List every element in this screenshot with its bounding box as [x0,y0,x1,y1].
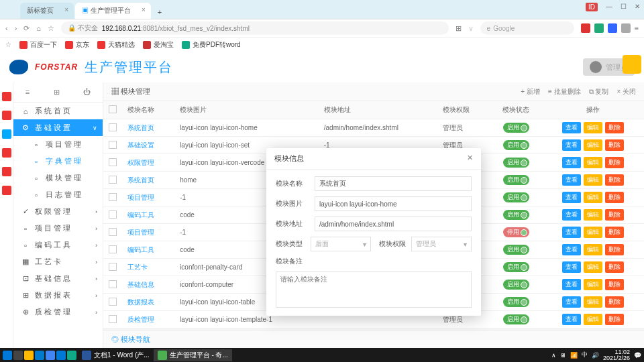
status-toggle[interactable]: 启用 [503,297,529,307]
module-name-link[interactable]: 编码工具 [122,206,174,224]
delete-button[interactable]: 删除 [605,244,624,255]
modal-close-button[interactable]: ✕ [467,154,473,164]
row-checkbox[interactable] [109,245,117,253]
sidebar-item[interactable]: ▫字 典 管 理 [13,153,103,170]
row-checkbox[interactable] [109,263,117,271]
rail-icon[interactable] [2,167,11,176]
close-tab-icon[interactable]: × [142,6,146,13]
bookmark-item[interactable]: 天猫精选 [97,40,135,50]
rail-icon[interactable] [2,186,11,195]
sidebar-item[interactable]: ▫日 志 管 理 [13,186,103,203]
module-name-link[interactable]: 项目管理 [122,224,174,241]
row-checkbox[interactable] [109,210,117,219]
view-button[interactable]: 查看 [562,244,581,255]
home-icon[interactable]: ⌂ [36,24,41,33]
sidebar-item[interactable]: ▦工 艺 卡› [13,253,103,270]
sidebar-item[interactable]: ⊞数 据 报 表› [13,287,103,304]
sidebar-item[interactable]: ⊕质 检 管 理› [13,304,103,320]
delete-button[interactable]: 删除 [605,227,624,238]
remark-textarea[interactable] [276,272,472,308]
row-checkbox[interactable] [109,123,117,131]
rail-icon[interactable] [2,111,11,120]
view-button[interactable]: 查看 [562,209,581,221]
delete-button[interactable]: 删除 [605,296,624,308]
row-checkbox[interactable] [109,141,117,149]
module-name-link[interactable]: 系统首页 [122,172,174,189]
view-button[interactable]: 查看 [562,279,581,290]
floating-widget-icon[interactable] [623,55,641,74]
view-button[interactable]: 查看 [562,174,581,186]
edit-button[interactable]: 编辑 [584,244,602,255]
copy-button[interactable]: ⧉ 复制 [589,87,609,97]
row-checkbox[interactable] [109,158,117,166]
close-window-button[interactable]: ✕ [635,3,640,11]
edit-button[interactable]: 编辑 [584,157,602,168]
view-button[interactable]: 查看 [562,261,581,273]
browser-tab[interactable]: 新标签页 × [20,3,74,19]
min-button[interactable]: — [606,3,612,11]
delete-button[interactable]: 删除 [605,209,624,221]
rail-icon[interactable] [2,92,11,101]
menu-toggle-icon[interactable]: ≡ [25,88,30,97]
type-select[interactable]: 后面▾ [311,237,371,251]
bookmark-item[interactable]: 京东 [65,40,89,50]
bookmark-item[interactable]: 百度一下 [19,40,57,50]
module-name-link[interactable]: 项目管理 [122,189,174,206]
module-name-link[interactable]: 基础信息 [122,276,174,294]
edit-button[interactable]: 编辑 [584,139,602,151]
module-name-link[interactable]: 系统首页 [122,119,174,137]
delete-button[interactable]: 删除 [605,261,624,273]
ext-icon[interactable] [621,23,631,33]
bookmark-item[interactable]: 免费PDF转word [182,40,241,50]
address-bar[interactable]: 🔒 不安全 192.168.0.21:8081/xbiot_fsd_mes_v2… [61,21,449,35]
power-icon[interactable]: ⏻ [83,88,91,97]
module-name-link[interactable]: 权限管理 [122,154,174,172]
edit-button[interactable]: 编辑 [584,296,602,308]
footer-nav[interactable]: ◎ 模块导航 [103,330,644,348]
select-all-checkbox[interactable] [109,105,117,113]
edit-button[interactable]: 编辑 [584,209,602,221]
rail-icon[interactable] [2,129,11,139]
status-toggle[interactable]: 启用 [503,314,529,324]
view-button[interactable]: 查看 [562,296,581,308]
scan-icon[interactable]: ⊞ [455,24,462,33]
close-button[interactable]: × 关闭 [616,87,636,97]
ext-icon[interactable] [581,23,590,33]
back-icon[interactable]: ‹ [5,24,8,33]
view-button[interactable]: 查看 [562,314,581,325]
batch-delete-button[interactable]: ≡ 批量删除 [548,87,581,97]
status-toggle[interactable]: 启用 [503,280,529,290]
status-toggle[interactable]: 启用 [503,245,529,255]
edit-button[interactable]: 编辑 [584,279,602,290]
view-button[interactable]: 查看 [562,139,581,151]
rail-icon[interactable] [2,148,11,158]
close-tab-icon[interactable]: × [64,6,68,13]
img-input[interactable] [315,196,472,211]
status-toggle[interactable]: 启用 [503,175,529,185]
status-toggle[interactable]: 停用 [503,227,529,237]
sidebar-item[interactable]: ▫编 码 工 具› [13,237,103,253]
row-checkbox[interactable] [109,298,117,306]
status-toggle[interactable]: 启用 [503,123,529,133]
bookmark-star-icon[interactable]: ☆ [5,41,11,48]
ext-icon[interactable] [608,23,617,33]
search-box[interactable]: e Google [480,21,574,35]
sidebar-item[interactable]: ▫项 目 管 理 [13,136,103,153]
sidebar-item[interactable]: ⊡基 础 信 息› [13,270,103,287]
sidebar-item[interactable]: ▫模 块 管 理 [13,170,103,186]
grid-icon[interactable]: ⊞ [54,88,60,97]
edit-button[interactable]: 编辑 [584,192,602,203]
delete-button[interactable]: 删除 [605,139,624,151]
module-name-link[interactable]: 编码工具 [122,241,174,259]
max-button[interactable]: ☐ [621,3,627,11]
sidebar-item[interactable]: ⚙基 础 设 置∨ [13,119,103,136]
edit-button[interactable]: 编辑 [584,227,602,238]
ext-icon[interactable] [594,23,604,33]
edit-button[interactable]: 编辑 [584,314,602,325]
view-button[interactable]: 查看 [562,192,581,203]
delete-button[interactable]: 删除 [605,122,624,133]
row-checkbox[interactable] [109,315,117,323]
sidebar-item[interactable]: ⌂系 统 首 页 [13,103,103,119]
row-checkbox[interactable] [109,280,117,288]
delete-button[interactable]: 删除 [605,314,624,325]
